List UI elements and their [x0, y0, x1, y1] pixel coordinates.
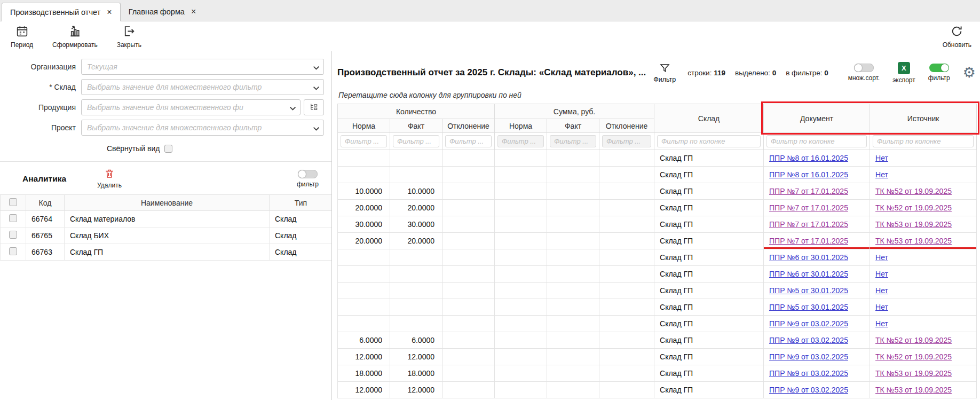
organization-input[interactable]: [81, 59, 324, 75]
source-link[interactable]: Нет: [875, 270, 888, 278]
chevron-down-icon[interactable]: [313, 124, 320, 130]
document-link[interactable]: ППР №7 от 17.01.2025: [769, 187, 848, 195]
source-link[interactable]: ТК №52 от 19.09.2025: [875, 203, 952, 212]
column-header-sum-fact[interactable]: Факт: [547, 119, 599, 133]
production-input[interactable]: [81, 99, 301, 115]
analytics-filter-toggle[interactable]: [298, 170, 318, 178]
project-select[interactable]: [81, 120, 324, 136]
report-row[interactable]: Склад ГПППР №8 от 16.01.2025Нет: [338, 167, 977, 183]
column-filter-input[interactable]: [497, 135, 544, 147]
group-header-quantity[interactable]: Количество: [338, 104, 495, 119]
report-row[interactable]: Склад ГПППР №9 от 03.02.2025Нет: [338, 316, 977, 332]
column-header-document[interactable]: Документ: [764, 104, 870, 133]
source-link[interactable]: Нет: [875, 154, 888, 162]
report-row[interactable]: 12.000012.0000Склад ГПППР №9 от 03.02.20…: [338, 349, 977, 365]
document-link[interactable]: ППР №9 от 03.02.2025: [769, 319, 848, 328]
warehouse-select[interactable]: [81, 79, 324, 95]
source-link[interactable]: ТК №52 от 19.09.2025: [875, 187, 952, 195]
document-link[interactable]: ППР №8 от 16.01.2025: [769, 154, 848, 162]
document-link[interactable]: ППР №6 от 30.01.2025: [769, 270, 848, 278]
document-link[interactable]: ППР №9 от 03.02.2025: [769, 352, 848, 361]
warehouse-input[interactable]: [81, 79, 324, 95]
project-input[interactable]: [81, 120, 324, 136]
document-link[interactable]: ППР №7 от 17.01.2025: [769, 203, 848, 212]
production-select[interactable]: [81, 99, 301, 115]
close-form-button[interactable]: Закрыть: [117, 25, 141, 49]
document-link[interactable]: ППР №5 от 30.01.2025: [769, 286, 848, 295]
select-all-checkbox[interactable]: [9, 198, 17, 206]
organization-select[interactable]: [81, 59, 324, 75]
collapsed-view-checkbox[interactable]: [164, 145, 172, 153]
source-link[interactable]: Нет: [875, 253, 888, 262]
source-link[interactable]: ТК №53 от 19.09.2025: [875, 369, 952, 378]
chevron-down-icon[interactable]: [313, 84, 320, 90]
analytics-row[interactable]: 66765Склад БИХСклад: [1, 228, 333, 244]
filter-button[interactable]: Фильтр: [653, 62, 676, 83]
column-filter-input[interactable]: [602, 135, 651, 147]
column-header-qty-norm[interactable]: Норма: [338, 119, 390, 133]
column-filter-input[interactable]: [341, 135, 387, 147]
document-link[interactable]: ППР №7 от 17.01.2025: [769, 220, 848, 229]
column-filter-input[interactable]: [393, 135, 439, 147]
row-checkbox[interactable]: [9, 247, 17, 255]
filter-toggle[interactable]: [929, 64, 949, 72]
analytics-row[interactable]: 66764Склад материаловСклад: [1, 211, 333, 228]
column-header-name[interactable]: Наименование: [65, 195, 270, 211]
column-header-qty-deviation[interactable]: Отклонение: [442, 119, 495, 133]
row-checkbox[interactable]: [9, 231, 17, 239]
column-header-source[interactable]: Источник: [870, 104, 977, 133]
column-filter-input[interactable]: [873, 135, 974, 147]
export-button[interactable]: X экспорт: [892, 62, 915, 84]
chevron-down-icon[interactable]: [289, 104, 296, 110]
multisort-toggle[interactable]: [854, 64, 874, 72]
analytics-row[interactable]: 66763Склад ГПСклад: [1, 244, 333, 261]
chevron-down-icon[interactable]: [313, 64, 320, 69]
report-row[interactable]: 12.000012.0000Склад ГПППР №9 от 03.02.20…: [338, 382, 977, 398]
source-link[interactable]: Нет: [875, 286, 888, 295]
document-link[interactable]: ППР №6 от 30.01.2025: [769, 253, 848, 262]
report-row[interactable]: 18.000018.0000Склад ГПППР №9 от 03.02.20…: [338, 365, 977, 382]
column-filter-input[interactable]: [766, 135, 867, 147]
column-header-code[interactable]: Код: [26, 195, 65, 211]
report-row[interactable]: Склад ГПППР №6 от 30.01.2025Нет: [338, 266, 977, 283]
document-link[interactable]: ППР №9 от 03.02.2025: [769, 386, 848, 394]
column-filter-input[interactable]: [657, 135, 761, 147]
source-link[interactable]: Нет: [875, 303, 888, 311]
tree-view-button[interactable]: [304, 99, 324, 115]
column-header-type[interactable]: Тип: [270, 195, 333, 211]
document-link[interactable]: ППР №7 от 17.01.2025: [769, 237, 848, 245]
generate-button[interactable]: Сформировать: [52, 25, 98, 49]
document-link[interactable]: ППР №8 от 16.01.2025: [769, 170, 848, 179]
tab-close-icon[interactable]: ×: [107, 8, 112, 17]
report-row[interactable]: Склад ГПППР №5 от 30.01.2025Нет: [338, 283, 977, 299]
document-link[interactable]: ППР №5 от 30.01.2025: [769, 303, 848, 311]
gear-icon[interactable]: ⚙: [963, 66, 976, 80]
period-button[interactable]: Период: [11, 25, 33, 49]
report-row[interactable]: 30.000030.0000Склад ГПППР №7 от 17.01.20…: [338, 216, 977, 233]
column-header-warehouse[interactable]: Склад: [654, 104, 764, 133]
source-link[interactable]: ТК №53 от 19.09.2025: [875, 220, 952, 229]
document-link[interactable]: ППР №9 от 03.02.2025: [769, 336, 848, 344]
delete-button[interactable]: Удалить: [97, 168, 122, 189]
tab-close-icon[interactable]: ×: [191, 7, 196, 16]
report-row[interactable]: 10.000010.0000Склад ГПППР №7 от 17.01.20…: [338, 183, 977, 200]
source-link[interactable]: ТК №52 от 19.09.2025: [875, 352, 952, 361]
source-link[interactable]: ТК №53 от 19.09.2025: [875, 386, 952, 394]
tab-main-form[interactable]: Главная форма ×: [121, 2, 204, 21]
document-link[interactable]: ППР №9 от 03.02.2025: [769, 369, 848, 378]
source-link[interactable]: ТК №53 от 19.09.2025: [875, 237, 952, 245]
column-header-qty-fact[interactable]: Факт: [390, 119, 442, 133]
report-row[interactable]: 6.00006.0000Склад ГПППР №9 от 03.02.2025…: [338, 332, 977, 349]
source-link[interactable]: Нет: [875, 170, 888, 179]
report-row[interactable]: Склад ГПППР №5 от 30.01.2025Нет: [338, 299, 977, 316]
row-checkbox[interactable]: [9, 214, 17, 222]
group-header-sum[interactable]: Сумма, руб.: [495, 104, 654, 119]
refresh-button[interactable]: Обновить: [943, 25, 971, 49]
report-row[interactable]: 20.000020.0000Склад ГПППР №7 от 17.01.20…: [338, 233, 977, 249]
column-header-sum-deviation[interactable]: Отклонение: [599, 119, 654, 133]
report-row[interactable]: Склад ГПППР №8 от 16.01.2025Нет: [338, 150, 977, 167]
column-filter-input[interactable]: [445, 135, 492, 147]
column-filter-input[interactable]: [550, 135, 596, 147]
tab-production-report[interactable]: Производственный отчет ×: [2, 3, 121, 21]
source-link[interactable]: Нет: [875, 319, 888, 328]
